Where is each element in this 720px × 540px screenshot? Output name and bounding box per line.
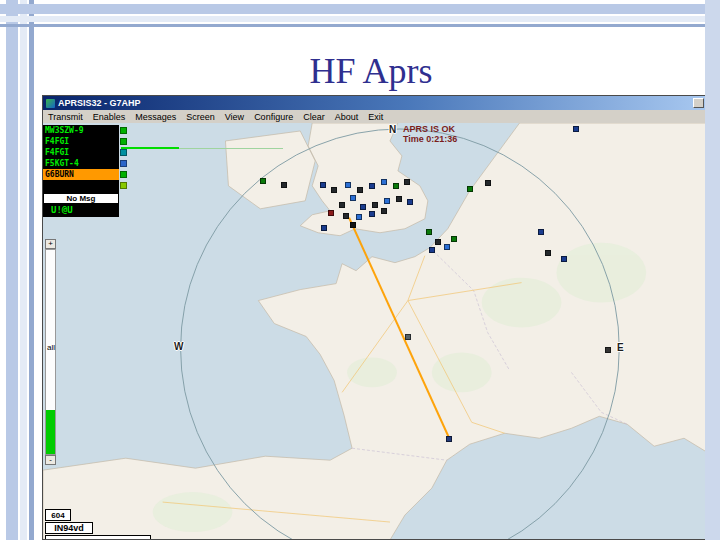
map-area[interactable]: N W E APRS IS OK Time 0:21:36 [43,123,707,540]
menu-item[interactable]: Clear [298,112,330,122]
station-list-item[interactable]: G6BURN [43,169,119,180]
menu-item[interactable]: About [330,112,364,122]
compass-east-label: E [617,342,624,353]
station-marker[interactable] [538,229,544,235]
zoom-level-indicator [46,410,55,454]
station-marker[interactable] [328,210,334,216]
station-list-item[interactable]: F4FGI [43,147,119,158]
station-symbol-icon [120,127,127,134]
frame-right-bar [705,0,720,540]
zoom-all-label[interactable]: all [47,343,55,352]
green-indicator-line [121,147,179,149]
station-marker[interactable] [545,250,551,256]
europe-map [43,123,707,540]
green-indicator-line-faded [179,148,283,149]
zoom-out-button[interactable]: - [45,455,56,465]
station-marker[interactable] [369,211,375,217]
lcd-display: U!@U [43,204,119,217]
status-line-aprs: APRS IS OK [403,124,457,134]
station-marker[interactable] [384,198,390,204]
status-text: APRS IS OK Time 0:21:36 [403,124,457,144]
station-marker[interactable] [444,244,450,250]
zoom-track[interactable] [45,249,56,455]
compass-west-label: W [174,341,183,352]
station-marker[interactable] [321,225,327,231]
compass-north-label: N [389,124,396,135]
menu-item[interactable]: Enables [88,112,131,122]
window-title: APRSIS32 - G7AHP [58,98,141,108]
menu-item[interactable]: Screen [181,112,220,122]
window-titlebar[interactable]: APRSIS32 - G7AHP [43,96,707,110]
station-marker[interactable] [381,179,387,185]
menu-item[interactable]: Exit [363,112,388,122]
zoom-bar: + - [45,239,56,465]
station-marker[interactable] [357,187,363,193]
station-marker[interactable] [369,183,375,189]
station-marker[interactable] [605,347,611,353]
zoom-in-button[interactable]: + [45,239,56,249]
frame-top-bar-3 [0,24,720,27]
slide: { "slide": { "title": "HF Aprs" }, "colo… [0,0,720,540]
app-icon [46,99,55,108]
station-list-item[interactable]: F5KGT-4 [43,158,119,169]
station-marker[interactable] [405,334,411,340]
frame-left-bar-2 [20,0,27,540]
menu-item[interactable]: Configure [249,112,298,122]
menu-item[interactable]: Transmit [43,112,88,122]
grid-square-box: IN94vd [45,522,93,534]
station-symbol-icon [120,182,127,189]
station-marker[interactable] [446,436,452,442]
station-marker[interactable] [350,222,356,228]
station-marker[interactable] [339,202,345,208]
station-list-item[interactable]: F4FGI [43,136,119,147]
station-marker[interactable] [331,187,337,193]
station-marker[interactable] [426,229,432,235]
frame-top-bar-2 [0,16,720,22]
frame-left-bar-1 [6,0,18,540]
station-marker[interactable] [343,213,349,219]
frame-left-bar-3 [29,0,34,540]
station-marker[interactable] [561,256,567,262]
station-marker[interactable] [345,182,351,188]
no-msg-box[interactable]: No Msg [43,193,119,204]
station-marker[interactable] [573,126,579,132]
station-symbol-icon [120,171,127,178]
station-marker[interactable] [467,186,473,192]
menu-item[interactable]: Messages [130,112,181,122]
aprs-window: APRSIS32 - G7AHP TransmitEnablesMessages… [42,95,708,540]
status-line-time: Time 0:21:36 [403,134,457,144]
station-symbol-icon [120,160,127,167]
frame-top-bar-1 [0,4,720,14]
station-symbol-icon [120,138,127,145]
station-marker[interactable] [396,196,402,202]
menu-bar: TransmitEnablesMessagesScreenViewConfigu… [43,110,707,124]
station-marker[interactable] [393,183,399,189]
station-marker[interactable] [485,180,491,186]
station-marker[interactable] [360,204,366,210]
station-marker[interactable] [320,182,326,188]
menu-item[interactable]: View [220,112,249,122]
station-list-item[interactable]: MW3SZW-9 [43,125,119,136]
station-marker[interactable] [451,236,457,242]
ticker-box: 1497 REN 00013 001A [45,535,151,540]
slide-title: HF Aprs [40,50,702,92]
count-box: 604 [45,509,71,521]
station-marker[interactable] [429,247,435,253]
station-marker[interactable] [356,214,362,220]
station-symbol-icon [120,149,127,156]
station-marker[interactable] [381,208,387,214]
station-marker[interactable] [372,202,378,208]
station-marker[interactable] [350,195,356,201]
station-marker[interactable] [281,182,287,188]
station-marker[interactable] [435,239,441,245]
station-marker[interactable] [407,199,413,205]
station-marker[interactable] [404,179,410,185]
window-control-button[interactable] [693,98,704,108]
station-list-panel: MW3SZW-9F4FGIF4FGIF5KGT-4G6BURN [43,125,119,193]
station-marker[interactable] [260,178,266,184]
